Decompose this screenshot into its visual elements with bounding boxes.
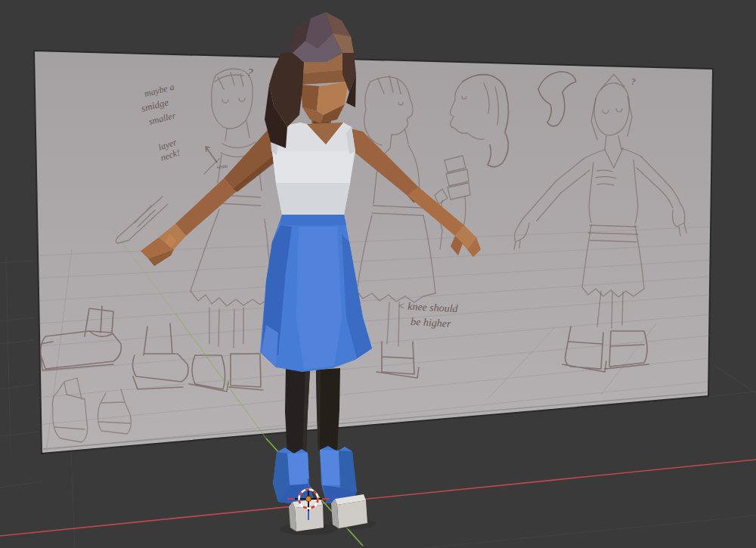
note-seam: seam [216,163,228,170]
grid-line [0,261,34,263]
grid-line [6,257,11,454]
grid-line [0,385,34,389]
grid-line [0,317,34,321]
question-mark-right: ? [631,76,636,87]
viewport-3d[interactable]: maybe a smidge smaller layer neck! seam … [0,0,756,548]
grid-line [423,515,756,548]
grid-line [714,365,756,393]
boots[interactable] [273,446,367,531]
x-axis-line [0,460,756,536]
note-knee-line2: be higher [411,316,452,330]
face-facet [301,85,319,111]
reference-board[interactable]: maybe a smidge smaller layer neck! seam … [34,51,713,454]
reference-board-plane[interactable] [34,51,713,454]
grid-line [0,432,40,436]
grid-line [0,340,34,344]
grid-line [708,392,756,397]
grid-line [71,452,75,548]
grid-line [0,481,43,488]
origin-dot [305,496,311,501]
